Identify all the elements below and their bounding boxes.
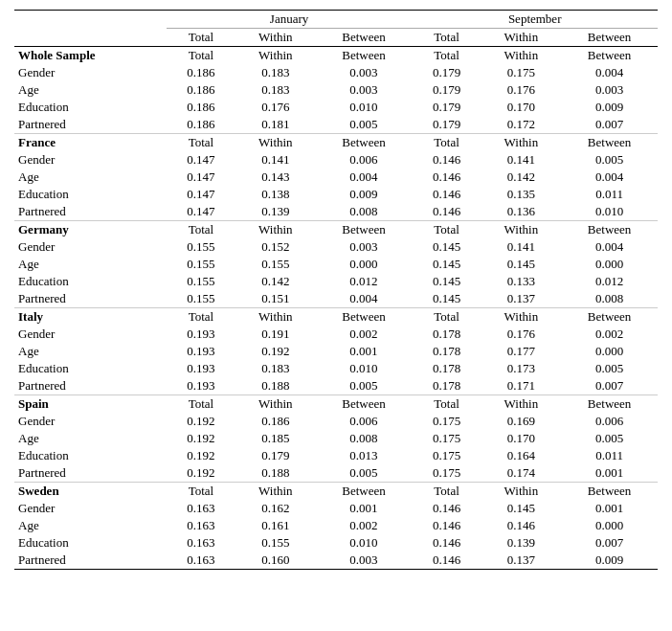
cell-value: 0.004 <box>561 64 658 81</box>
cell-value: 0.179 <box>412 99 481 116</box>
cell-value: 0.161 <box>235 517 315 534</box>
cell-value: 0.141 <box>482 151 561 169</box>
column-group-header: January September <box>14 11 658 29</box>
row-label: Partnered <box>14 116 167 134</box>
cell-value: 0.164 <box>482 447 561 464</box>
cell-value: 0.163 <box>167 500 235 517</box>
cell-value: 0.192 <box>167 447 235 464</box>
cell-value: 0.003 <box>316 238 413 256</box>
cell-value: 0.010 <box>316 99 413 116</box>
cell-value: 0.170 <box>482 430 561 447</box>
section-subheader: Total <box>412 395 481 414</box>
cell-value: 0.162 <box>235 500 315 517</box>
cell-value: 0.008 <box>316 430 413 447</box>
cell-value: 0.147 <box>167 203 235 221</box>
cell-value: 0.145 <box>482 500 561 517</box>
cell-value: 0.175 <box>482 64 561 81</box>
cell-value: 0.146 <box>412 203 481 221</box>
section-subheader: Between <box>561 395 658 414</box>
cell-value: 0.139 <box>482 534 561 552</box>
row-label: Partnered <box>14 203 167 221</box>
cell-value: 0.009 <box>561 99 658 116</box>
cell-value: 0.010 <box>316 360 413 377</box>
section-subheader: Within <box>235 221 315 239</box>
cell-value: 0.186 <box>235 413 315 430</box>
row-label: Age <box>14 169 167 186</box>
cell-value: 0.155 <box>167 256 235 273</box>
row-label: Gender <box>14 64 167 81</box>
table-row: Partnered0.1550.1510.0040.1450.1370.008 <box>14 290 658 308</box>
section-subheader: Between <box>561 221 658 239</box>
cell-value: 0.155 <box>167 290 235 308</box>
cell-value: 0.186 <box>167 116 235 134</box>
section-subheader: Within <box>235 483 315 501</box>
cell-value: 0.007 <box>561 534 658 552</box>
cell-value: 0.155 <box>167 238 235 256</box>
cell-value: 0.006 <box>316 413 413 430</box>
table-row: Partnered0.1860.1810.0050.1790.1720.007 <box>14 116 658 134</box>
section-subheader: Within <box>482 395 561 414</box>
section-header-row: SpainTotalWithinBetweenTotalWithinBetwee… <box>14 395 658 414</box>
cell-value: 0.008 <box>561 290 658 308</box>
cell-value: 0.176 <box>235 99 315 116</box>
row-label: Education <box>14 273 167 290</box>
cell-value: 0.174 <box>482 464 561 483</box>
section-subheader: Between <box>316 47 413 65</box>
row-label: Partnered <box>14 552 167 570</box>
table-row: Partnered0.1930.1880.0050.1780.1710.007 <box>14 377 658 395</box>
cell-value: 0.012 <box>316 273 413 290</box>
cell-value: 0.006 <box>561 413 658 430</box>
cell-value: 0.176 <box>482 326 561 343</box>
cell-value: 0.010 <box>316 534 413 552</box>
row-label: Partnered <box>14 290 167 308</box>
cell-value: 0.183 <box>235 81 315 99</box>
table-row: Partnered0.1470.1390.0080.1460.1360.010 <box>14 203 658 221</box>
cell-value: 0.000 <box>561 517 658 534</box>
table-row: Gender0.1920.1860.0060.1750.1690.006 <box>14 413 658 430</box>
section-group-label: Sweden <box>14 483 167 501</box>
cell-value: 0.169 <box>482 413 561 430</box>
section-subheader: Between <box>316 395 413 414</box>
row-label: Gender <box>14 151 167 169</box>
cell-value: 0.183 <box>235 64 315 81</box>
cell-value: 0.136 <box>482 203 561 221</box>
cell-value: 0.133 <box>482 273 561 290</box>
cell-value: 0.175 <box>412 430 481 447</box>
cell-value: 0.178 <box>412 343 481 360</box>
section-subheader: Within <box>235 395 315 414</box>
table-row: Partnered0.1920.1880.0050.1750.1740.001 <box>14 464 658 483</box>
cell-value: 0.002 <box>316 326 413 343</box>
jan-within-header: Within <box>235 29 315 47</box>
cell-value: 0.193 <box>167 343 235 360</box>
table-body: Whole SampleTotalWithinBetweenTotalWithi… <box>14 47 658 570</box>
row-label: Gender <box>14 326 167 343</box>
cell-value: 0.008 <box>316 203 413 221</box>
cell-value: 0.146 <box>412 169 481 186</box>
cell-value: 0.192 <box>167 430 235 447</box>
table-row: Age0.1550.1550.0000.1450.1450.000 <box>14 256 658 273</box>
cell-value: 0.171 <box>482 377 561 395</box>
cell-value: 0.004 <box>316 169 413 186</box>
cell-value: 0.179 <box>235 447 315 464</box>
jan-total-header: Total <box>167 29 235 47</box>
cell-value: 0.011 <box>561 447 658 464</box>
table-row: Gender0.1550.1520.0030.1450.1410.004 <box>14 238 658 256</box>
cell-value: 0.003 <box>316 81 413 99</box>
section-subheader: Total <box>412 221 481 239</box>
cell-value: 0.155 <box>167 273 235 290</box>
table-row: Education0.1550.1420.0120.1450.1330.012 <box>14 273 658 290</box>
cell-value: 0.005 <box>561 430 658 447</box>
cell-value: 0.160 <box>235 552 315 570</box>
cell-value: 0.147 <box>167 169 235 186</box>
section-subheader: Total <box>412 134 481 152</box>
section-subheader: Total <box>412 47 481 65</box>
section-subheader: Between <box>561 134 658 152</box>
section-subheader: Between <box>316 308 413 327</box>
table-row: Age0.1860.1830.0030.1790.1760.003 <box>14 81 658 99</box>
cell-value: 0.172 <box>482 116 561 134</box>
cell-value: 0.188 <box>235 377 315 395</box>
cell-value: 0.177 <box>482 343 561 360</box>
section-header-row: SwedenTotalWithinBetweenTotalWithinBetwe… <box>14 483 658 501</box>
cell-value: 0.163 <box>167 517 235 534</box>
cell-value: 0.193 <box>167 326 235 343</box>
